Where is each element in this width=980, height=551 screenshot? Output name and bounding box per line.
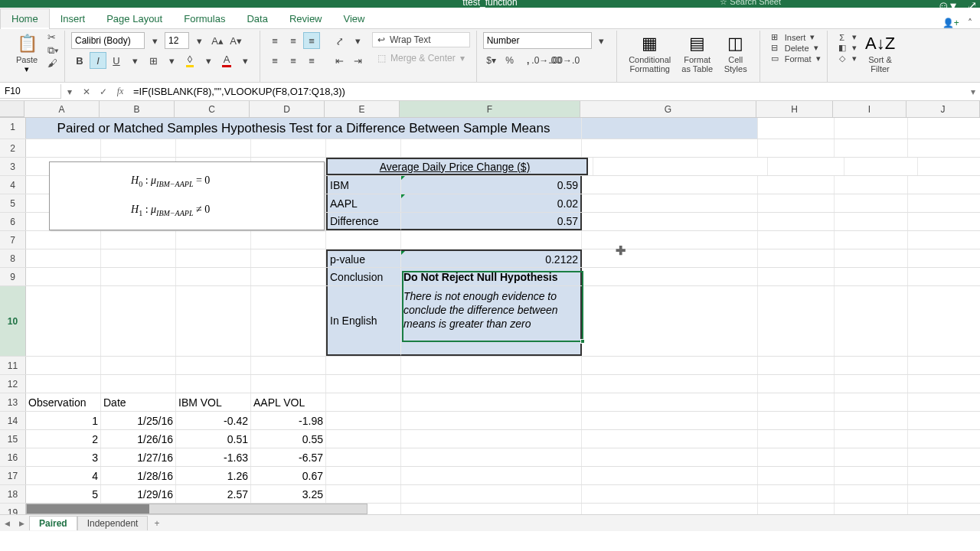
tab-formulas[interactable]: Formulas <box>173 9 236 28</box>
align-top[interactable]: ≡ <box>266 32 283 49</box>
align-middle[interactable]: ≡ <box>285 32 302 49</box>
align-right[interactable]: ≡ <box>303 52 320 69</box>
currency-button[interactable]: $▾ <box>483 52 500 69</box>
row-10[interactable]: 10 <box>0 286 26 356</box>
underline-button[interactable]: U <box>108 52 125 69</box>
sheet-nav-prev[interactable]: ◀ <box>0 520 15 527</box>
hdr-ibmvol[interactable]: IBM VOL <box>176 393 251 411</box>
tab-home[interactable]: Home <box>0 8 50 28</box>
formula-input[interactable] <box>129 84 966 99</box>
cancel-formula-icon[interactable]: ✕ <box>78 86 95 97</box>
orientation-dropdown[interactable]: ▾ <box>349 32 366 49</box>
add-sheet-button[interactable]: + <box>148 517 165 530</box>
font-name-dropdown[interactable]: ▾ <box>146 32 163 49</box>
col-E[interactable]: E <box>325 101 400 117</box>
horizontal-scrollbar[interactable] <box>26 504 368 514</box>
sheet-tab-paired[interactable]: Paired <box>29 516 77 530</box>
expand-formula-bar-icon[interactable]: ▾ <box>966 86 980 97</box>
decrease-font-icon[interactable]: A▾ <box>227 32 244 49</box>
english-value[interactable]: There is not enough evidence to conclude… <box>401 286 582 356</box>
box1-val-ibm[interactable]: 0.59 <box>401 176 582 194</box>
spreadsheet-grid[interactable]: A B C D E F G H I J 1 Paired or Matched … <box>0 101 980 531</box>
col-D[interactable]: D <box>250 101 325 117</box>
row-7[interactable]: 7 <box>0 231 26 249</box>
autosum-button[interactable]: Σ▾ <box>837 32 857 42</box>
tab-data[interactable]: Data <box>236 9 278 28</box>
row-2[interactable]: 2 <box>0 139 26 157</box>
share-icon[interactable]: 👤+ <box>942 18 959 28</box>
sheet-tab-independent[interactable]: Independent <box>77 516 149 530</box>
sheet-nav-next[interactable]: ▶ <box>15 520 29 527</box>
italic-button[interactable]: I <box>90 52 106 69</box>
row-1[interactable]: 1 <box>0 118 26 139</box>
tab-review[interactable]: Review <box>279 9 333 28</box>
row-9[interactable]: 9 <box>0 268 26 285</box>
row-4[interactable]: 4 <box>0 176 26 194</box>
clear-button[interactable]: ◇▾ <box>837 54 857 64</box>
pvalue-label[interactable]: p-value <box>326 249 401 267</box>
row-18[interactable]: 18 <box>0 485 26 503</box>
conditional-formatting-button[interactable]: ▦ Conditional Formatting <box>623 32 677 80</box>
row-8[interactable]: 8 <box>0 249 26 267</box>
decrease-decimal[interactable]: .00→.0 <box>557 52 573 69</box>
row-15[interactable]: 15 <box>0 430 26 448</box>
number-format-select[interactable] <box>483 32 592 49</box>
font-size-dropdown[interactable]: ▾ <box>191 32 207 49</box>
tab-page-layout[interactable]: Page Layout <box>96 9 173 28</box>
box1-val-aapl[interactable]: 0.02 <box>401 194 582 212</box>
percent-button[interactable]: % <box>501 52 518 69</box>
smiley-icon[interactable]: ☺▾ <box>937 0 956 12</box>
format-cells-button[interactable]: ▭Format ▾ <box>769 54 821 64</box>
align-center[interactable]: ≡ <box>285 52 302 69</box>
font-color-dropdown[interactable]: ▾ <box>237 52 253 69</box>
increase-indent[interactable]: ⇥ <box>349 52 366 69</box>
conclusion-label[interactable]: Conclusion <box>326 268 401 285</box>
col-J[interactable]: J <box>906 101 980 117</box>
col-G[interactable]: G <box>580 101 756 117</box>
col-H[interactable]: H <box>756 101 833 117</box>
font-size-select[interactable] <box>165 32 189 49</box>
tab-view[interactable]: View <box>333 9 376 28</box>
box1-label-diff[interactable]: Difference <box>326 213 401 230</box>
font-name-select[interactable] <box>71 32 145 49</box>
decrease-indent[interactable]: ⇤ <box>331 52 348 69</box>
col-C[interactable]: C <box>175 101 250 117</box>
cut-icon[interactable]: ✂ <box>47 32 58 42</box>
copy-icon[interactable]: ⧉▾ <box>47 45 58 55</box>
fill-button[interactable]: ◧▾ <box>837 43 857 53</box>
box1-label-ibm[interactable]: IBM <box>326 176 401 194</box>
row-17[interactable]: 17 <box>0 467 26 484</box>
row-13[interactable]: 13 <box>0 393 26 411</box>
tab-insert[interactable]: Insert <box>50 9 96 28</box>
row-16[interactable]: 16 <box>0 448 26 466</box>
border-button[interactable]: ⊞ <box>145 52 162 69</box>
english-label[interactable]: In English <box>326 286 401 356</box>
underline-dropdown[interactable]: ▾ <box>126 52 143 69</box>
fill-color-dropdown[interactable]: ▾ <box>200 52 217 69</box>
name-box[interactable] <box>0 84 61 99</box>
box1-header[interactable]: Average Daily Price Change ($) <box>326 158 582 175</box>
title-cell[interactable]: Paired or Matched Samples Hypothesis Tes… <box>26 118 582 139</box>
sort-filter-button[interactable]: A↓Z Sort & Filter <box>861 32 900 80</box>
row-5[interactable]: 5 <box>0 194 26 212</box>
col-B[interactable]: B <box>100 101 175 117</box>
row-12[interactable]: 12 <box>0 375 26 393</box>
orientation-button[interactable]: ⤤ <box>331 32 348 49</box>
accept-formula-icon[interactable]: ✓ <box>95 86 112 97</box>
format-painter-icon[interactable]: 🖌 <box>47 58 58 68</box>
maximize-icon[interactable]: ⤢ <box>967 0 977 12</box>
col-F[interactable]: F <box>400 101 580 117</box>
format-as-table-button[interactable]: ▤ Format as Table <box>677 32 718 80</box>
number-format-dropdown[interactable]: ▾ <box>593 32 610 49</box>
cell-styles-button[interactable]: ◫ Cell Styles <box>718 32 753 80</box>
font-color-button[interactable]: A <box>218 52 235 69</box>
increase-font-icon[interactable]: A▴ <box>209 32 226 49</box>
border-dropdown[interactable]: ▾ <box>163 52 180 69</box>
col-A[interactable]: A <box>24 101 100 117</box>
delete-cells-button[interactable]: ⊟Delete ▾ <box>769 43 821 53</box>
row-3[interactable]: 3 <box>0 158 26 175</box>
align-bottom[interactable]: ≡ <box>303 32 320 49</box>
ribbon-collapse-icon[interactable]: ˄ <box>968 18 972 28</box>
fill-color-button[interactable]: ◊ <box>181 52 198 69</box>
row-14[interactable]: 14 <box>0 412 26 429</box>
